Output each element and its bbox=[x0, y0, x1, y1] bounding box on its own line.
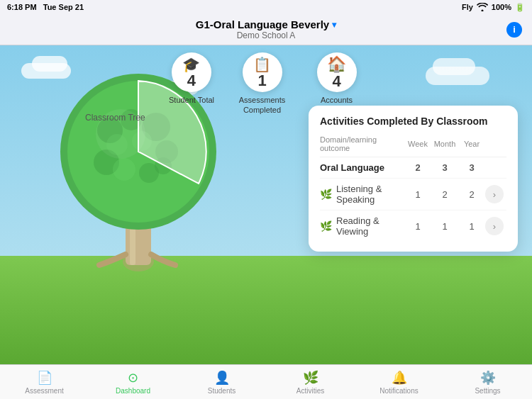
status-bar: 6:18 PM Tue Sep 21 Fly 100% 🔋 bbox=[0, 0, 532, 14]
reading-week: 1 bbox=[404, 210, 431, 242]
assessment-icon: 📄 bbox=[37, 370, 52, 386]
listening-year: 2 bbox=[458, 179, 485, 210]
nav-label-activities: Activities bbox=[297, 387, 324, 395]
nav-item-activities[interactable]: 🌿 Activities bbox=[266, 365, 355, 399]
col-header-year: Year bbox=[458, 135, 485, 157]
status-time: 6:18 PM Tue Sep 21 bbox=[7, 3, 84, 11]
battery-level: 100% bbox=[492, 3, 511, 11]
info-button[interactable]: i bbox=[506, 22, 522, 38]
listening-week: 1 bbox=[404, 179, 431, 210]
oral-year: 3 bbox=[458, 157, 485, 179]
dropdown-chevron-icon[interactable]: ▾ bbox=[332, 20, 336, 30]
table-row: Oral Language 2 3 3 bbox=[320, 157, 506, 179]
listening-month: 2 bbox=[431, 179, 458, 210]
activities-icon: 🌿 bbox=[303, 370, 318, 386]
nav-item-students[interactable]: 👤 Students bbox=[177, 365, 266, 399]
table-row: 🌿 Listening & Speaking 1 2 2 › bbox=[320, 179, 506, 210]
stat-circle-assessments: 📋 1 bbox=[243, 52, 282, 92]
notifications-icon: 🔔 bbox=[392, 370, 407, 386]
nav-item-notifications[interactable]: 🔔 Notifications bbox=[355, 365, 443, 399]
activities-table: Domain/learning outcome Week Month Year … bbox=[320, 135, 506, 242]
activities-card: Activities Completed By Classroom Domain… bbox=[309, 106, 518, 252]
stat-circle-students: 🎓 4 bbox=[172, 52, 211, 92]
domain-listening: 🌿 Listening & Speaking bbox=[320, 179, 404, 210]
header: G1-Oral Language Beverly ▾ Demo School A… bbox=[0, 14, 532, 45]
nav-item-settings[interactable]: ⚙️ Settings bbox=[443, 365, 532, 399]
nav-item-dashboard[interactable]: ⊙ Dashboard bbox=[89, 365, 177, 399]
col-header-month: Month bbox=[431, 135, 458, 157]
battery-icon: 🔋 bbox=[515, 3, 525, 12]
nav-label-notifications: Notifications bbox=[379, 387, 418, 395]
table-row: 🌿 Reading & Viewing 1 1 1 › bbox=[320, 210, 506, 242]
students-icon: 👤 bbox=[214, 370, 230, 386]
fly-text: Fly bbox=[462, 3, 473, 11]
col-header-domain: Domain/learning outcome bbox=[320, 135, 404, 157]
tree-label: Classroom Tree bbox=[85, 113, 145, 123]
settings-icon: ⚙️ bbox=[480, 370, 496, 386]
leaf-icon-reading: 🌿 bbox=[320, 220, 332, 232]
stat-assessments: 📋 1 Assessments Completed bbox=[235, 52, 289, 116]
reading-chevron-button[interactable]: › bbox=[485, 217, 504, 235]
nav-label-assessment: Assessment bbox=[25, 387, 63, 395]
domain-reading: 🌿 Reading & Viewing bbox=[320, 210, 404, 242]
stat-student-total: 🎓 4 Student Total bbox=[169, 52, 214, 105]
oral-month: 3 bbox=[431, 157, 458, 179]
domain-oral-language: Oral Language bbox=[320, 157, 404, 179]
listening-chevron-button[interactable]: › bbox=[485, 185, 504, 203]
nav-label-settings: Settings bbox=[475, 387, 500, 395]
leaf-icon-listening: 🌿 bbox=[320, 189, 332, 200]
bottom-nav: 📄 Assessment ⊙ Dashboard 👤 Students 🌿 Ac… bbox=[0, 364, 532, 399]
header-title: G1-Oral Language Beverly ▾ bbox=[196, 18, 336, 30]
card-title: Activities Completed By Classroom bbox=[320, 116, 506, 127]
nav-item-assessment[interactable]: 📄 Assessment bbox=[0, 365, 89, 399]
dashboard-icon: ⊙ bbox=[128, 370, 138, 386]
main-content: 🎓 4 Student Total 📋 1 Assessments Comple… bbox=[0, 45, 532, 364]
svg-point-11 bbox=[113, 158, 135, 181]
stat-circle-accounts: 🏠 4 bbox=[317, 52, 357, 92]
header-subtitle: Demo School A bbox=[237, 30, 296, 40]
nav-label-dashboard: Dashboard bbox=[116, 387, 150, 395]
oral-week: 2 bbox=[404, 157, 431, 179]
reading-year: 1 bbox=[458, 210, 485, 242]
nav-label-students: Students bbox=[208, 387, 235, 395]
col-header-week: Week bbox=[404, 135, 431, 157]
wifi-icon bbox=[477, 3, 488, 11]
reading-month: 1 bbox=[431, 210, 458, 242]
